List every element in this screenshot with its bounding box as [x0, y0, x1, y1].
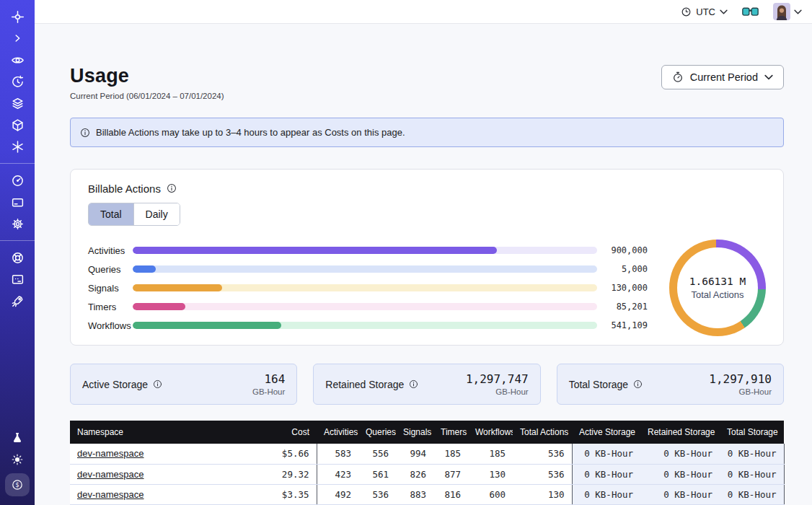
- sidebar-divider: [0, 240, 35, 241]
- avatar: [773, 3, 790, 20]
- bar-row-workflows: Workflows 541,109: [88, 316, 648, 335]
- temporal-logo-icon[interactable]: [0, 6, 35, 27]
- bar-row-timers: Timers 85,201: [88, 297, 648, 316]
- info-icon[interactable]: [633, 379, 643, 389]
- page-title: Usage: [70, 65, 224, 87]
- billable-view-tabs: Total Daily: [88, 203, 180, 226]
- active-storage-value: 164: [252, 372, 285, 386]
- stopwatch-icon: [672, 71, 684, 83]
- col-retained-storage: Retained Storage: [640, 421, 720, 444]
- namespace-usage-table: Namespace Cost Activities Queries Signal…: [70, 421, 785, 505]
- bar-fill: [133, 247, 497, 254]
- bar-track: [133, 303, 597, 310]
- info-icon[interactable]: [167, 183, 177, 193]
- namespaces-icon[interactable]: [0, 49, 35, 71]
- banner-text: Billable Actions may take up to 3–4 hour…: [96, 127, 405, 138]
- page-subtitle: Current Period (06/01/2024 – 07/01/2024): [70, 92, 224, 100]
- bar-track: [133, 284, 597, 291]
- usage-gauge-icon[interactable]: [0, 170, 35, 191]
- table-header-row: Namespace Cost Activities Queries Signal…: [70, 421, 784, 444]
- donut-sublabel: Total Actions: [692, 289, 744, 300]
- bar-track: [133, 322, 597, 329]
- bar-fill: [133, 303, 185, 310]
- storage-unit: GB-Hour: [252, 387, 285, 396]
- total-actions-donut-chart: 1.66131 M Total Actions: [669, 240, 766, 336]
- bar-fill: [133, 322, 281, 329]
- col-timers: Timers: [433, 421, 468, 444]
- layers-icon[interactable]: [0, 92, 35, 114]
- tab-total[interactable]: Total: [89, 203, 133, 225]
- billing-card-icon[interactable]: [0, 191, 35, 213]
- col-activities: Activities: [317, 421, 358, 444]
- col-total-storage: Total Storage: [720, 421, 784, 444]
- timezone-selector[interactable]: UTC: [681, 6, 728, 17]
- billable-bar-chart: Activities 900,000 Queries 5,000 Signals…: [88, 241, 648, 335]
- col-queries: Queries: [358, 421, 396, 444]
- bar-row-signals: Signals 130,000: [88, 278, 648, 297]
- expand-chevron-icon[interactable]: [0, 27, 35, 49]
- feedback-monitor-icon[interactable]: [0, 268, 35, 290]
- col-total-actions: Total Actions: [513, 421, 572, 444]
- billable-actions-banner: Billable Actions may take up to 3–4 hour…: [70, 118, 784, 147]
- total-storage-value: 1,297,910: [709, 372, 772, 386]
- billable-actions-card: Billable Actions Total Daily Activities …: [70, 169, 784, 346]
- total-storage-card: Total Storage 1,297,910 GB-Hour: [557, 364, 784, 405]
- sidebar: $: [0, 0, 35, 505]
- storage-unit: GB-Hour: [709, 387, 772, 396]
- bar-row-queries: Queries 5,000: [88, 260, 648, 278]
- bar-fill: [133, 284, 222, 291]
- donut-total-value: 1.66131 M: [689, 276, 746, 287]
- theme-sun-icon[interactable]: [0, 449, 35, 470]
- info-icon[interactable]: [409, 379, 418, 389]
- storage-unit: GB-Hour: [466, 387, 529, 396]
- bar-fill: [133, 265, 156, 273]
- namespace-link[interactable]: dev-namespace: [77, 489, 144, 500]
- period-dropdown-label: Current Period: [690, 71, 758, 83]
- table-row: dev-namespace $5.66 583 556 994 185 185 …: [70, 444, 784, 464]
- dev-mode-glasses-icon[interactable]: [742, 7, 759, 17]
- nexus-asterisk-icon[interactable]: [0, 136, 35, 157]
- table-row: dev-namespace 29.32 423 561 826 877 130 …: [70, 464, 784, 484]
- bar-row-activities: Activities 900,000: [88, 241, 648, 260]
- period-dropdown-button[interactable]: Current Period: [661, 65, 784, 89]
- col-namespace: Namespace: [70, 421, 244, 444]
- sidebar-divider: [0, 163, 35, 164]
- clock-icon: [681, 6, 692, 17]
- labs-flask-icon[interactable]: [0, 427, 35, 449]
- bar-track: [133, 247, 597, 254]
- retained-storage-card: Retained Storage 1,297,747 GB-Hour: [313, 364, 540, 405]
- namespace-link[interactable]: dev-namespace: [77, 469, 144, 480]
- col-cost: Cost: [244, 421, 317, 444]
- col-active-storage: Active Storage: [572, 421, 640, 444]
- chevron-down-icon: [720, 9, 728, 14]
- user-menu[interactable]: [773, 3, 802, 20]
- bar-track: [133, 265, 597, 273]
- chevron-down-icon: [794, 9, 802, 14]
- getting-started-rocket-icon[interactable]: [0, 290, 35, 312]
- chevron-down-icon: [764, 74, 773, 80]
- info-icon: [80, 128, 90, 138]
- topbar: UTC: [35, 0, 812, 24]
- billable-actions-title: Billable Actions: [88, 183, 161, 195]
- svg-text:$: $: [15, 482, 19, 488]
- col-workflows: Workflows: [468, 421, 513, 444]
- deployments-cube-icon[interactable]: [0, 114, 35, 136]
- active-storage-card: Active Storage 164 GB-Hour: [70, 364, 297, 405]
- retained-storage-value: 1,297,747: [466, 372, 529, 386]
- info-icon[interactable]: [153, 379, 162, 389]
- col-signals: Signals: [396, 421, 433, 444]
- support-lifebuoy-icon[interactable]: [0, 247, 35, 268]
- settings-gear-icon[interactable]: [0, 213, 35, 234]
- namespace-link[interactable]: dev-namespace: [77, 448, 144, 459]
- table-row: dev-namespace $3.35 492 536 883 816 600 …: [70, 484, 784, 504]
- credits-coin-button[interactable]: $: [5, 473, 30, 496]
- tab-daily[interactable]: Daily: [133, 203, 180, 225]
- timezone-label: UTC: [696, 6, 715, 17]
- history-icon[interactable]: [0, 71, 35, 92]
